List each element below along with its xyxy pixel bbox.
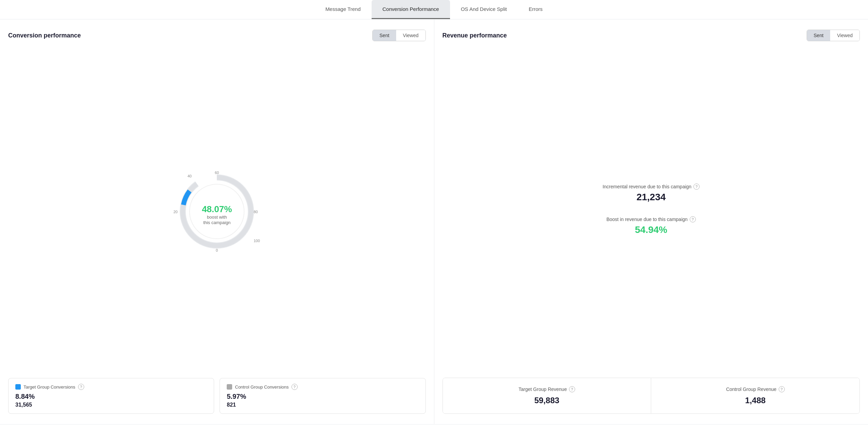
conversion-panel: Conversion performance Sent Viewed — [0, 19, 434, 424]
revenue-metrics: Incremental revenue due to this campaign… — [443, 48, 860, 371]
gauge-label: boost withthis campaign — [202, 214, 232, 226]
control-group-number: 821 — [227, 402, 418, 408]
revenue-cards: Target Group Revenue ? 59,883 Control Gr… — [443, 378, 860, 414]
tab-message-trend[interactable]: Message Trend — [314, 0, 371, 19]
conversion-viewed-button[interactable]: Viewed — [396, 30, 425, 41]
target-group-revenue-value: 59,883 — [450, 396, 644, 405]
target-group-revenue-card: Target Group Revenue ? 59,883 — [443, 378, 652, 413]
revenue-viewed-button[interactable]: Viewed — [830, 30, 859, 41]
boost-revenue-help-icon[interactable]: ? — [690, 216, 696, 222]
gauge-tick-80: 80 — [254, 210, 258, 214]
incremental-revenue-value: 21,234 — [602, 192, 700, 203]
revenue-toggle-group: Sent Viewed — [807, 30, 860, 41]
target-group-number: 31,565 — [15, 402, 207, 408]
conversion-toggle-group: Sent Viewed — [372, 30, 425, 41]
gauge-center: 48.07% boost withthis campaign — [202, 204, 232, 226]
gauge-tick-60: 60 — [215, 171, 219, 175]
conversion-panel-header: Conversion performance Sent Viewed — [8, 30, 426, 41]
target-group-header: Target Group Conversions ? — [15, 384, 207, 390]
main-content: Conversion performance Sent Viewed — [0, 19, 868, 424]
gauge-percent: 48.07% — [202, 204, 232, 214]
incremental-revenue-label: Incremental revenue due to this campaign… — [602, 184, 700, 190]
control-group-card: Control Group Conversions ? 5.97% 821 — [220, 378, 425, 414]
tab-os-device-split[interactable]: OS And Device Split — [450, 0, 518, 19]
control-group-color-dot — [227, 384, 232, 390]
target-group-revenue-label: Target Group Revenue ? — [450, 386, 644, 392]
incremental-revenue-help-icon[interactable]: ? — [693, 184, 700, 190]
conversion-panel-title: Conversion performance — [8, 32, 81, 39]
tab-errors[interactable]: Errors — [518, 0, 554, 19]
control-group-revenue-card: Control Group Revenue ? 1,488 — [651, 378, 859, 413]
revenue-panel: Revenue performance Sent Viewed Incremen… — [434, 19, 868, 424]
control-group-help-icon[interactable]: ? — [291, 384, 298, 390]
conversion-stats: Target Group Conversions ? 8.84% 31,565 … — [8, 378, 426, 414]
gauge-tick-100: 100 — [254, 239, 260, 243]
control-group-revenue-help-icon[interactable]: ? — [779, 386, 785, 392]
target-group-percentage: 8.84% — [15, 393, 207, 400]
control-group-percentage: 5.97% — [227, 393, 418, 400]
boost-revenue-value: 54.94% — [607, 224, 696, 235]
gauge-area: 60 80 100 20 40 0 48.07% boost withthis … — [8, 51, 426, 371]
boost-revenue-label: Boost in revenue due to this campaign ? — [607, 216, 696, 222]
target-group-revenue-help-icon[interactable]: ? — [569, 386, 575, 392]
control-group-revenue-label: Control Group Revenue ? — [658, 386, 853, 392]
target-group-label: Target Group Conversions — [24, 384, 75, 390]
gauge-wrapper: 60 80 100 20 40 0 48.07% boost withthis … — [169, 164, 265, 259]
revenue-panel-header: Revenue performance Sent Viewed — [443, 30, 860, 41]
target-group-help-icon[interactable]: ? — [78, 384, 84, 390]
gauge-tick-0: 0 — [216, 248, 218, 252]
control-group-label: Control Group Conversions — [235, 384, 289, 390]
control-group-revenue-value: 1,488 — [658, 396, 853, 405]
boost-revenue-metric: Boost in revenue due to this campaign ? … — [607, 216, 696, 235]
revenue-sent-button[interactable]: Sent — [807, 30, 830, 41]
conversion-sent-button[interactable]: Sent — [373, 30, 396, 41]
incremental-revenue-metric: Incremental revenue due to this campaign… — [602, 184, 700, 203]
gauge-tick-20: 20 — [174, 210, 178, 214]
gauge-tick-40: 40 — [188, 174, 192, 178]
tab-bar: Message Trend Conversion Performance OS … — [0, 0, 868, 19]
target-group-card: Target Group Conversions ? 8.84% 31,565 — [8, 378, 214, 414]
revenue-panel-title: Revenue performance — [443, 32, 507, 39]
target-group-color-dot — [15, 384, 21, 390]
tab-conversion-performance[interactable]: Conversion Performance — [372, 0, 450, 19]
control-group-header: Control Group Conversions ? — [227, 384, 418, 390]
